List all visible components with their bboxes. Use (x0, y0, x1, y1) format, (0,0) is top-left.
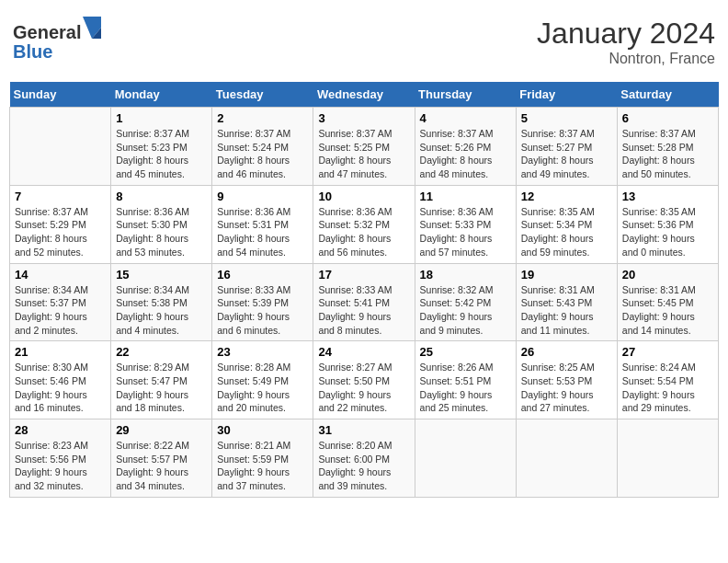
calendar-cell (415, 419, 516, 498)
day-number: 27 (622, 345, 713, 359)
logo: General Blue (13, 17, 101, 62)
day-info: Sunrise: 8:22 AMSunset: 5:57 PMDaylight:… (116, 439, 207, 493)
calendar-cell: 23Sunrise: 8:28 AMSunset: 5:49 PMDayligh… (212, 341, 313, 419)
calendar-cell: 9Sunrise: 8:36 AMSunset: 5:31 PMDaylight… (212, 185, 313, 263)
calendar-cell: 26Sunrise: 8:25 AMSunset: 5:53 PMDayligh… (516, 341, 617, 419)
day-number: 16 (217, 268, 308, 282)
day-info: Sunrise: 8:21 AMSunset: 5:59 PMDaylight:… (217, 439, 308, 493)
day-number: 5 (521, 111, 612, 125)
day-number: 23 (217, 345, 308, 359)
day-info: Sunrise: 8:37 AMSunset: 5:24 PMDaylight:… (217, 127, 308, 181)
day-number: 31 (318, 423, 409, 437)
calendar-cell: 11Sunrise: 8:36 AMSunset: 5:33 PMDayligh… (415, 185, 516, 263)
day-info: Sunrise: 8:28 AMSunset: 5:49 PMDaylight:… (217, 361, 308, 415)
calendar-cell: 1Sunrise: 8:37 AMSunset: 5:23 PMDaylight… (111, 108, 212, 186)
day-number: 30 (217, 423, 308, 437)
day-info: Sunrise: 8:20 AMSunset: 6:00 PMDaylight:… (318, 439, 409, 493)
col-header-tuesday: Tuesday (212, 82, 313, 108)
page-header: General Blue January 2024 Nontron, Franc… (9, 9, 719, 75)
day-number: 15 (116, 268, 207, 282)
title-block: January 2024 Nontron, France (537, 17, 715, 67)
calendar-cell: 8Sunrise: 8:36 AMSunset: 5:30 PMDaylight… (111, 185, 212, 263)
day-number: 17 (318, 268, 409, 282)
day-info: Sunrise: 8:37 AMSunset: 5:23 PMDaylight:… (116, 127, 207, 181)
day-number: 28 (15, 423, 106, 437)
day-info: Sunrise: 8:36 AMSunset: 5:30 PMDaylight:… (116, 205, 207, 259)
calendar-cell: 30Sunrise: 8:21 AMSunset: 5:59 PMDayligh… (212, 419, 313, 498)
calendar-cell: 6Sunrise: 8:37 AMSunset: 5:28 PMDaylight… (617, 108, 718, 186)
day-number: 9 (217, 190, 308, 203)
day-info: Sunrise: 8:37 AMSunset: 5:29 PMDaylight:… (15, 205, 106, 259)
calendar-week-4: 21Sunrise: 8:30 AMSunset: 5:46 PMDayligh… (10, 341, 719, 419)
day-info: Sunrise: 8:35 AMSunset: 5:36 PMDaylight:… (622, 205, 713, 259)
calendar-cell (10, 108, 111, 186)
calendar-cell: 2Sunrise: 8:37 AMSunset: 5:24 PMDaylight… (212, 108, 313, 186)
calendar-cell: 19Sunrise: 8:31 AMSunset: 5:43 PMDayligh… (516, 263, 617, 341)
day-info: Sunrise: 8:33 AMSunset: 5:39 PMDaylight:… (217, 283, 308, 338)
calendar-cell: 18Sunrise: 8:32 AMSunset: 5:42 PMDayligh… (415, 263, 516, 341)
day-info: Sunrise: 8:24 AMSunset: 5:54 PMDaylight:… (622, 361, 713, 415)
col-header-wednesday: Wednesday (313, 82, 415, 108)
day-info: Sunrise: 8:34 AMSunset: 5:38 PMDaylight:… (116, 283, 207, 338)
calendar-cell: 3Sunrise: 8:37 AMSunset: 5:25 PMDaylight… (313, 108, 415, 186)
calendar-cell: 17Sunrise: 8:33 AMSunset: 5:41 PMDayligh… (313, 263, 415, 341)
calendar-week-5: 28Sunrise: 8:23 AMSunset: 5:56 PMDayligh… (10, 419, 719, 498)
day-number: 14 (15, 268, 106, 282)
calendar-cell (516, 419, 617, 498)
day-info: Sunrise: 8:36 AMSunset: 5:32 PMDaylight:… (318, 205, 409, 259)
day-number: 7 (15, 190, 106, 203)
day-number: 25 (420, 345, 511, 359)
day-info: Sunrise: 8:29 AMSunset: 5:47 PMDaylight:… (116, 361, 207, 415)
day-info: Sunrise: 8:36 AMSunset: 5:31 PMDaylight:… (217, 205, 308, 259)
calendar-cell: 10Sunrise: 8:36 AMSunset: 5:32 PMDayligh… (313, 185, 415, 263)
day-info: Sunrise: 8:34 AMSunset: 5:37 PMDaylight:… (15, 283, 106, 338)
calendar-cell: 29Sunrise: 8:22 AMSunset: 5:57 PMDayligh… (111, 419, 212, 498)
day-info: Sunrise: 8:37 AMSunset: 5:26 PMDaylight:… (420, 127, 511, 181)
day-info: Sunrise: 8:26 AMSunset: 5:51 PMDaylight:… (420, 361, 511, 415)
calendar-cell: 31Sunrise: 8:20 AMSunset: 6:00 PMDayligh… (313, 419, 415, 498)
day-info: Sunrise: 8:25 AMSunset: 5:53 PMDaylight:… (521, 361, 612, 415)
day-number: 18 (420, 268, 511, 282)
day-number: 19 (521, 268, 612, 282)
month-year-title: January 2024 (537, 17, 715, 51)
calendar-cell: 4Sunrise: 8:37 AMSunset: 5:26 PMDaylight… (415, 108, 516, 186)
day-number: 6 (622, 111, 713, 125)
day-info: Sunrise: 8:37 AMSunset: 5:25 PMDaylight:… (318, 127, 409, 181)
day-info: Sunrise: 8:30 AMSunset: 5:46 PMDaylight:… (15, 361, 106, 415)
day-number: 13 (622, 190, 713, 203)
calendar-cell: 12Sunrise: 8:35 AMSunset: 5:34 PMDayligh… (516, 185, 617, 263)
calendar-week-2: 7Sunrise: 8:37 AMSunset: 5:29 PMDaylight… (10, 185, 719, 263)
day-info: Sunrise: 8:37 AMSunset: 5:28 PMDaylight:… (622, 127, 713, 181)
calendar-cell: 21Sunrise: 8:30 AMSunset: 5:46 PMDayligh… (10, 341, 111, 419)
day-info: Sunrise: 8:23 AMSunset: 5:56 PMDaylight:… (15, 439, 106, 493)
calendar-cell: 13Sunrise: 8:35 AMSunset: 5:36 PMDayligh… (617, 185, 718, 263)
calendar-cell: 7Sunrise: 8:37 AMSunset: 5:29 PMDaylight… (10, 185, 111, 263)
day-number: 22 (116, 345, 207, 359)
calendar-cell: 28Sunrise: 8:23 AMSunset: 5:56 PMDayligh… (10, 419, 111, 498)
col-header-friday: Friday (516, 82, 617, 108)
day-number: 1 (116, 111, 207, 125)
logo-general: General (13, 22, 81, 42)
calendar-cell (617, 419, 718, 498)
col-header-monday: Monday (111, 82, 212, 108)
day-info: Sunrise: 8:31 AMSunset: 5:45 PMDaylight:… (622, 283, 713, 338)
logo-blue: Blue (13, 41, 52, 62)
day-info: Sunrise: 8:27 AMSunset: 5:50 PMDaylight:… (318, 361, 409, 415)
day-info: Sunrise: 8:36 AMSunset: 5:33 PMDaylight:… (420, 205, 511, 259)
location-subtitle: Nontron, France (537, 51, 715, 67)
day-number: 10 (318, 190, 409, 203)
col-header-thursday: Thursday (415, 82, 516, 108)
day-info: Sunrise: 8:32 AMSunset: 5:42 PMDaylight:… (420, 283, 511, 338)
day-number: 12 (521, 190, 612, 203)
calendar-cell: 20Sunrise: 8:31 AMSunset: 5:45 PMDayligh… (617, 263, 718, 341)
calendar-cell: 22Sunrise: 8:29 AMSunset: 5:47 PMDayligh… (111, 341, 212, 419)
calendar-cell: 16Sunrise: 8:33 AMSunset: 5:39 PMDayligh… (212, 263, 313, 341)
day-number: 2 (217, 111, 308, 125)
calendar-cell: 24Sunrise: 8:27 AMSunset: 5:50 PMDayligh… (313, 341, 415, 419)
calendar-header-row: SundayMondayTuesdayWednesdayThursdayFrid… (10, 82, 719, 108)
col-header-saturday: Saturday (617, 82, 718, 108)
day-number: 20 (622, 268, 713, 282)
calendar-week-1: 1Sunrise: 8:37 AMSunset: 5:23 PMDaylight… (10, 108, 719, 186)
calendar-table: SundayMondayTuesdayWednesdayThursdayFrid… (9, 82, 719, 498)
calendar-cell: 15Sunrise: 8:34 AMSunset: 5:38 PMDayligh… (111, 263, 212, 341)
